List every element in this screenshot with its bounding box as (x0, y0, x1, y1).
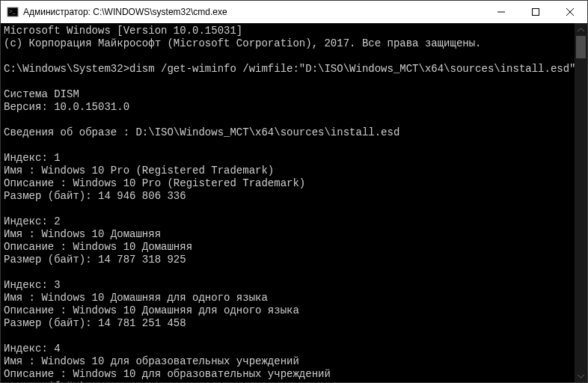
console-line (4, 203, 584, 215)
scrollbar-track[interactable] (575, 36, 587, 370)
console-line: Сведения об образе : D:\ISO\Windows_MCT\… (4, 126, 584, 139)
console-line (4, 76, 584, 88)
console-line: Описание : Windows 10 для образовательны… (4, 368, 584, 381)
minimize-button[interactable] (484, 1, 518, 23)
console-line: Размер (байт): 14 787 318 925 (4, 254, 584, 266)
console-line (4, 330, 584, 343)
console-line: (c) Корпорация Майкрософт (Microsoft Cor… (4, 37, 584, 50)
scrollbar-thumb[interactable] (576, 36, 586, 58)
window-controls (484, 1, 587, 23)
titlebar[interactable]: >_ Администратор: C:\WINDOWS\system32\cm… (1, 1, 587, 24)
console-line: Описание : Windows 10 Pro (Registered Tr… (4, 177, 584, 190)
console-line: Имя : Windows 10 Домашняя (4, 228, 584, 241)
console-line: Имя : Windows 10 для образовательных учр… (4, 355, 584, 368)
scroll-up-icon[interactable] (575, 23, 587, 36)
console-line: Размер (байт): 14 326 280 347 (4, 381, 584, 382)
console-line: Microsoft Windows [Version 10.0.15031] (4, 25, 584, 37)
maximize-button[interactable] (518, 1, 553, 23)
console-line: Индекс: 2 (4, 215, 584, 228)
cmd-icon: >_ (7, 6, 19, 18)
svg-rect-3 (533, 9, 539, 16)
console-line: Описание : Windows 10 Домашняя (4, 241, 584, 254)
console-line: Имя : Windows 10 Домашняя для одного язы… (4, 292, 584, 304)
vertical-scrollbar[interactable] (575, 23, 587, 382)
console-line (4, 139, 584, 152)
console-line: C:\Windows\System32>dism /get-wiminfo /w… (4, 63, 584, 76)
console-line: Индекс: 4 (4, 343, 584, 355)
console-line: Система DISM (4, 88, 584, 101)
console-line (4, 114, 584, 126)
console-line: Имя : Windows 10 Pro (Registered Tradema… (4, 165, 584, 177)
console-line: Описание : Windows 10 Домашняя для одног… (4, 304, 584, 317)
scroll-down-icon[interactable] (575, 370, 587, 382)
console-line (4, 266, 584, 279)
console-line: Индекс: 3 (4, 279, 584, 292)
console-line: Индекс: 1 (4, 152, 584, 165)
console-output[interactable]: Microsoft Windows [Version 10.0.15031](c… (1, 23, 587, 382)
console-line: Размер (байт): 14 781 251 458 (4, 317, 584, 330)
svg-text:>_: >_ (9, 8, 16, 15)
console-line: Версия: 10.0.15031.0 (4, 101, 584, 114)
console-line: Размер (байт): 14 946 806 336 (4, 190, 584, 203)
console-line (4, 50, 584, 63)
cmd-window: >_ Администратор: C:\WINDOWS\system32\cm… (0, 0, 588, 383)
close-button[interactable] (553, 1, 587, 23)
window-title: Администратор: C:\WINDOWS\system32\cmd.e… (23, 7, 484, 17)
